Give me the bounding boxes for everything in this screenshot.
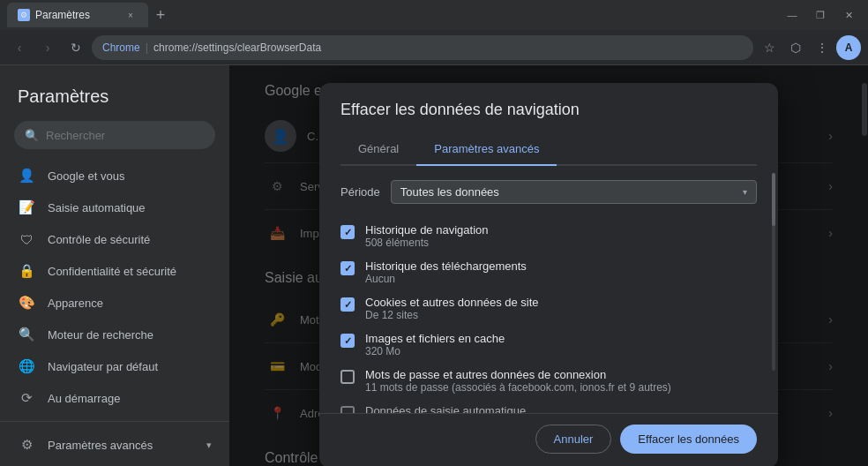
address-separator: | xyxy=(146,41,148,54)
moteur-icon: 🔍 xyxy=(18,326,35,343)
dialog-scrollbar-thumb xyxy=(772,173,775,226)
toolbar: ‹ › ↻ Chrome | chrome://settings/clearBr… xyxy=(0,30,868,65)
chrome-brand-label: Chrome xyxy=(102,41,140,54)
checkbox-text-motsdepasse: Mots de passe et autres données de conne… xyxy=(365,368,757,394)
minimize-button[interactable]: — xyxy=(780,6,804,24)
apparence-icon: 🎨 xyxy=(18,294,35,312)
checkbox-item-images: ✓ Images et fichiers en cache 320 Mo xyxy=(340,327,757,363)
cancel-button[interactable]: Annuler xyxy=(535,425,612,454)
checkbox-label-telechargements: Historique des téléchargements xyxy=(365,259,757,273)
dialog-overlay: Effacer les données de navigation Généra… xyxy=(229,65,868,466)
dialog-footer: Annuler Effacer les données xyxy=(319,413,778,466)
sidebar-item-google[interactable]: 👤 Google et vous xyxy=(0,160,229,192)
dialog-header: Effacer les données de navigation Généra… xyxy=(319,83,778,166)
tab-favicon: ⚙ xyxy=(18,9,30,21)
checkbox-sublabel-motsdepasse: 11 mots de passe (associés à facebook.co… xyxy=(365,381,757,394)
tab-general[interactable]: Général xyxy=(340,133,416,166)
saisie-icon: 📝 xyxy=(18,199,35,216)
checkbox-sublabel-cookies: De 12 sites xyxy=(365,309,757,321)
checkbox-label-motsdepasse: Mots de passe et autres données de conne… xyxy=(365,368,757,381)
checkbox-historique[interactable]: ✓ xyxy=(340,225,355,239)
window-controls: — ❐ ✕ xyxy=(780,6,861,24)
dialog-scrollbar xyxy=(771,173,776,371)
checkbox-label-cookies: Cookies et autres données de site xyxy=(365,296,757,309)
sidebar-item-advanced[interactable]: ⚙ Paramètres avancés ▾ xyxy=(0,429,229,461)
sidebar-label-saisie: Saisie automatique xyxy=(48,201,146,214)
settings-icon-button[interactable]: ⋮ xyxy=(810,35,834,60)
checkbox-sublabel-images: 320 Mo xyxy=(365,345,757,357)
sidebar-divider xyxy=(0,421,229,422)
bookmark-button[interactable]: ☆ xyxy=(757,35,782,60)
url-display: chrome://settings/clearBrowserData xyxy=(153,41,321,54)
checkbox-text-images: Images et fichiers en cache 320 Mo xyxy=(365,332,757,357)
sidebar-label-moteur: Moteur de recherche xyxy=(48,328,153,342)
checkbox-images[interactable]: ✓ xyxy=(340,334,355,348)
securite-icon: 🛡 xyxy=(18,230,35,248)
period-label: Période xyxy=(340,185,380,199)
confirm-button[interactable]: Effacer les données xyxy=(620,425,757,454)
demarrage-icon: ⟳ xyxy=(18,389,35,407)
search-input[interactable] xyxy=(46,129,205,142)
refresh-button[interactable]: ↻ xyxy=(64,35,88,60)
checkbox-label-images: Images et fichiers en cache xyxy=(365,332,757,345)
checkbox-telechargements[interactable]: ✓ xyxy=(340,261,355,275)
sidebar-label-confidentialite: Confidentialité et sécurité xyxy=(48,265,176,278)
advanced-arrow-icon: ▾ xyxy=(206,440,212,451)
profile-button[interactable]: A xyxy=(836,35,861,60)
tab-advanced[interactable]: Paramètres avancés xyxy=(416,133,557,166)
checkbox-text-saisie: Données de saisie automatique xyxy=(365,404,757,413)
search-icon: 🔍 xyxy=(25,129,39,142)
confidentialite-icon: 🔒 xyxy=(18,262,35,280)
checkbox-item-motsdepasse: Mots de passe et autres données de conne… xyxy=(340,363,757,399)
sidebar-label-securite: Contrôle de sécurité xyxy=(48,233,150,246)
sidebar-item-saisie[interactable]: 📝 Saisie automatique xyxy=(0,192,229,223)
close-button[interactable]: ✕ xyxy=(836,6,861,24)
main-layout: Paramètres 🔍 👤 Google et vous 📝 Saisie a… xyxy=(0,65,868,466)
checkbox-item-telechargements: ✓ Historique des téléchargements Aucun xyxy=(340,254,757,290)
checkbox-motsdepasse[interactable] xyxy=(340,370,355,384)
checkbox-sublabel-historique: 508 éléments xyxy=(365,237,757,249)
checkbox-item-saisie: Données de saisie automatique xyxy=(340,399,757,413)
maximize-button[interactable]: ❐ xyxy=(808,6,833,24)
titlebar: ⚙ Paramètres × + — ❐ ✕ xyxy=(0,0,868,30)
tab-close-button[interactable]: × xyxy=(123,8,138,22)
check-icon-telechargements: ✓ xyxy=(344,263,352,274)
clear-data-dialog: Effacer les données de navigation Généra… xyxy=(319,83,778,466)
sidebar-label-advanced: Paramètres avancés xyxy=(48,439,153,452)
checkbox-item-cookies: ✓ Cookies et autres données de site De 1… xyxy=(340,290,757,327)
sidebar-item-demarrage[interactable]: ⟳ Au démarrage xyxy=(0,382,229,414)
sidebar-item-moteur[interactable]: 🔍 Moteur de recherche xyxy=(0,319,229,350)
check-icon-images: ✓ xyxy=(344,335,352,347)
extensions-button[interactable]: ⬡ xyxy=(783,35,808,60)
content-area: Google et vous 👤 C... › ⚙ Services Go...… xyxy=(229,65,868,466)
check-icon-cookies: ✓ xyxy=(344,299,352,311)
google-icon: 👤 xyxy=(18,167,35,184)
sidebar-label-navigateur: Navigateur par défaut xyxy=(48,360,158,373)
advanced-icon: ⚙ xyxy=(18,436,35,454)
new-tab-button[interactable]: + xyxy=(148,3,173,27)
toolbar-actions: ☆ ⬡ ⋮ A xyxy=(757,35,861,60)
sidebar-item-apparence[interactable]: 🎨 Apparence xyxy=(0,287,229,319)
checkbox-cookies[interactable]: ✓ xyxy=(340,297,355,312)
sidebar-item-navigateur[interactable]: 🌐 Navigateur par défaut xyxy=(0,350,229,382)
dialog-scrollbar-track xyxy=(772,173,775,371)
period-value: Toutes les données xyxy=(400,185,499,199)
sidebar-item-securite[interactable]: 🛡 Contrôle de sécurité xyxy=(0,223,229,255)
browser-tab[interactable]: ⚙ Paramètres × xyxy=(7,3,148,27)
search-container: 🔍 xyxy=(14,121,215,149)
sidebar-title: Paramètres xyxy=(0,79,229,121)
address-bar[interactable]: Chrome | chrome://settings/clearBrowserD… xyxy=(92,35,753,60)
checkbox-text-telechargements: Historique des téléchargements Aucun xyxy=(365,259,757,285)
chevron-down-icon: ▾ xyxy=(743,187,747,197)
back-button[interactable]: ‹ xyxy=(7,35,32,60)
sidebar-label-demarrage: Au démarrage xyxy=(48,392,120,405)
sidebar-label-google: Google et vous xyxy=(48,169,124,183)
forward-button[interactable]: › xyxy=(35,35,60,60)
sidebar: Paramètres 🔍 👤 Google et vous 📝 Saisie a… xyxy=(0,65,229,466)
checkbox-text-historique: Historique de navigation 508 éléments xyxy=(365,223,757,249)
period-select[interactable]: Toutes les données ▾ xyxy=(391,180,757,204)
checkbox-saisie[interactable] xyxy=(340,406,355,413)
sidebar-item-confidentialite[interactable]: 🔒 Confidentialité et sécurité xyxy=(0,255,229,287)
dialog-body: Période Toutes les données ▾ ✓ Historiqu… xyxy=(319,166,778,413)
checkbox-text-cookies: Cookies et autres données de site De 12 … xyxy=(365,296,757,321)
